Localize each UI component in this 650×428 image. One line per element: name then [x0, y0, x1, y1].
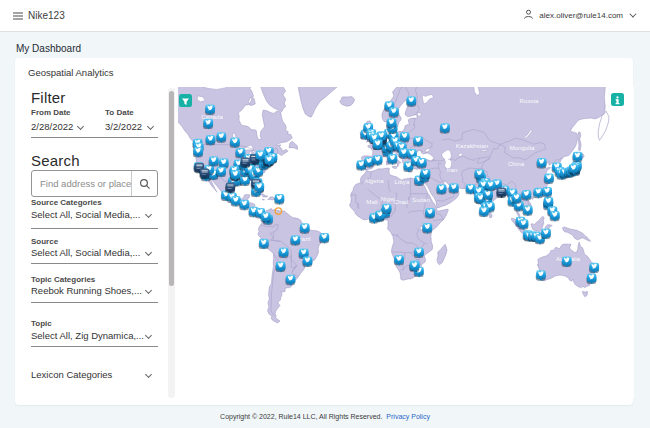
svg-text:Mongolia: Mongolia	[509, 144, 535, 151]
svg-text:Libya: Libya	[395, 178, 410, 185]
svg-text:Chad: Chad	[394, 198, 409, 205]
svg-text:Sudan: Sudan	[412, 196, 430, 203]
svg-text:Iran: Iran	[447, 166, 458, 173]
svg-text:Kazakhstan: Kazakhstan	[456, 142, 489, 149]
svg-text:Mali: Mali	[366, 198, 377, 205]
svg-text:China: China	[508, 160, 525, 167]
svg-text:Algeria: Algeria	[364, 177, 384, 184]
svg-text:Russia: Russia	[520, 97, 539, 104]
